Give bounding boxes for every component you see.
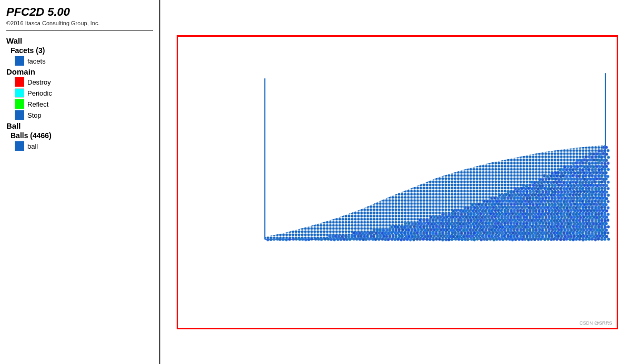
ball-color-swatch bbox=[15, 141, 24, 151]
ball-legend-item: ball bbox=[15, 141, 153, 151]
watermark: CSDN @SRRS bbox=[579, 320, 612, 326]
domain-header: Domain bbox=[6, 67, 153, 76]
reflect-legend-item: Reflect bbox=[15, 99, 153, 109]
stop-legend-item: Stop bbox=[15, 110, 153, 120]
periodic-label: Periodic bbox=[27, 89, 52, 97]
ball-canvas bbox=[178, 37, 617, 328]
facets-color-swatch bbox=[15, 56, 24, 66]
facets-header: Facets (3) bbox=[11, 46, 153, 55]
app-title: PFC2D 5.00 bbox=[6, 5, 153, 19]
facets-legend-item: facets bbox=[15, 56, 153, 66]
divider bbox=[6, 30, 153, 31]
sidebar: PFC2D 5.00 ©2016 Itasca Consulting Group… bbox=[0, 0, 160, 364]
balls-header: Balls (4466) bbox=[11, 131, 153, 140]
canvas-area bbox=[178, 37, 617, 328]
destroy-label: Destroy bbox=[27, 78, 51, 86]
destroy-color-swatch bbox=[15, 77, 24, 87]
stop-color-swatch bbox=[15, 110, 24, 120]
viewport-border: CSDN @SRRS bbox=[177, 35, 618, 329]
wall-header: Wall bbox=[6, 36, 153, 45]
reflect-color-swatch bbox=[15, 99, 24, 109]
ball-header: Ball bbox=[6, 121, 153, 130]
periodic-color-swatch bbox=[15, 88, 24, 98]
reflect-label: Reflect bbox=[27, 100, 48, 108]
ball-label: ball bbox=[27, 142, 38, 150]
app-copyright: ©2016 Itasca Consulting Group, Inc. bbox=[6, 20, 153, 26]
stop-label: Stop bbox=[27, 111, 42, 119]
periodic-legend-item: Periodic bbox=[15, 88, 153, 98]
main-area: CSDN @SRRS bbox=[160, 0, 634, 364]
destroy-legend-item: Destroy bbox=[15, 77, 153, 87]
facets-label: facets bbox=[27, 57, 46, 65]
